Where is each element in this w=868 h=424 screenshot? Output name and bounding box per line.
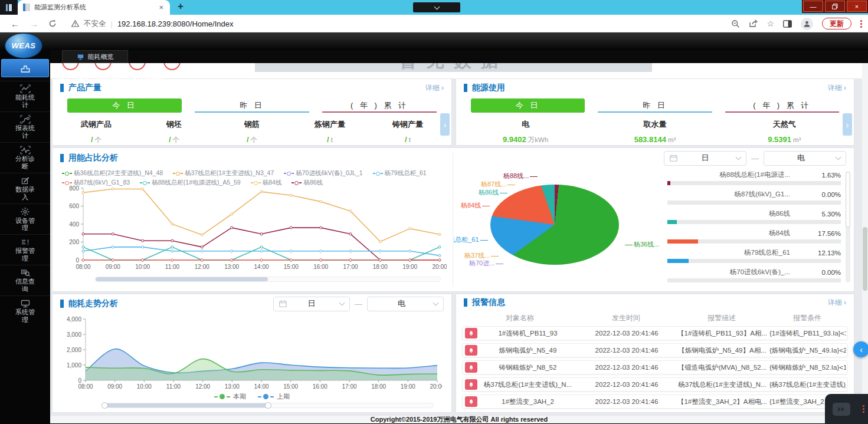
svg-text:09:00: 09:00 bbox=[106, 264, 120, 270]
svg-text:400: 400 bbox=[69, 221, 79, 228]
pip-media-button[interactable] bbox=[833, 403, 850, 416]
main-scrollbar[interactable] bbox=[862, 63, 868, 416]
legend-item[interactable]: 杨70进线6kV(备)_0JL_1 bbox=[284, 169, 362, 178]
legend-item[interactable]: 杨37线总柜(1#主变进线)_N3_47 bbox=[173, 169, 274, 178]
alert-list-icon bbox=[20, 238, 31, 246]
tab-close-icon[interactable]: × bbox=[158, 3, 165, 12]
sidebar-item-energy-stats[interactable]: 能耗统计 bbox=[0, 81, 50, 111]
search-icon[interactable] bbox=[731, 19, 740, 28]
browser-profile-avatar[interactable] bbox=[801, 18, 813, 30]
chevron-down-icon bbox=[434, 4, 440, 9]
detail-link[interactable]: 详细 › bbox=[425, 83, 444, 93]
stat-item: 钢坯/个 bbox=[135, 119, 213, 144]
forward-icon[interactable]: → bbox=[30, 19, 38, 29]
app-title-main: 能 源 bbox=[57, 68, 91, 83]
zoom-handle-right[interactable] bbox=[265, 402, 271, 409]
window-close-button[interactable]: × bbox=[847, 1, 867, 12]
tab-energy-overview[interactable]: 能耗概览 bbox=[62, 50, 128, 63]
period-select[interactable]: 日 bbox=[273, 297, 350, 311]
alarm-row[interactable]: 杨37线总柜(1#主变进线)_N...2022-12-03 20:41:46杨3… bbox=[462, 377, 848, 392]
svg-text:14:00: 14:00 bbox=[254, 264, 268, 270]
sidebar-item-analysis-diagnosis[interactable]: 分析诊断 bbox=[0, 142, 50, 173]
alarm-row[interactable]: 1#整流变_3AH_22022-12-03 20:41:46【1#整流变_3AH… bbox=[462, 395, 848, 409]
scrollbar-thumb[interactable] bbox=[846, 172, 850, 228]
tab-year-total[interactable]: ( 年 ) 累 计 bbox=[322, 98, 437, 113]
sidebar-item-device-management[interactable]: 设备管理 bbox=[0, 203, 50, 234]
tab-yesterday[interactable]: 昨 日 bbox=[598, 98, 712, 113]
svg-text:11:00: 11:00 bbox=[165, 264, 180, 270]
browser-update-button[interactable]: 更新 bbox=[822, 18, 851, 29]
pie-label: 杨86线 bbox=[479, 188, 509, 197]
url-text: 192.168.18.239:8080/Home/Index bbox=[117, 19, 234, 28]
svg-text:20:00: 20:00 bbox=[430, 383, 442, 390]
sidebar-item-report-stats[interactable]: 报表统计 bbox=[0, 111, 50, 142]
reload-icon[interactable] bbox=[48, 19, 57, 28]
legend-item-previous[interactable]: 上期 bbox=[258, 392, 290, 401]
collapse-panel-button[interactable]: ‹ bbox=[853, 341, 868, 357]
carousel-next-button[interactable]: › bbox=[440, 113, 450, 136]
energy-type-select[interactable]: 电 bbox=[764, 151, 846, 166]
side-panel-icon[interactable] bbox=[783, 20, 792, 28]
ranking-scrollbar[interactable] bbox=[846, 172, 850, 282]
alarm-row[interactable]: 铸钢精炼炉_N8_522022-12-03 20:41:46【锻造电弧炉(MVA… bbox=[462, 360, 848, 374]
pie-label: 杨36线... bbox=[624, 240, 659, 249]
tab-today[interactable]: 今 日 bbox=[471, 98, 585, 113]
legend-item-current[interactable]: 本期 bbox=[214, 392, 246, 401]
browser-tab[interactable]: 能源监测分析系统 × bbox=[18, 0, 170, 15]
tab-yesterday[interactable]: 昨 日 bbox=[195, 98, 309, 113]
bookmark-star-icon[interactable]: ☆ bbox=[767, 19, 774, 28]
page-tab-strip: 能耗概览 bbox=[50, 50, 868, 63]
ranking-row: 杨84线17.56% bbox=[667, 229, 841, 248]
svg-text:20:00: 20:00 bbox=[432, 264, 447, 270]
energy-type-select[interactable]: 电 bbox=[367, 297, 444, 311]
alarm-table-header: 对象名称 发生时间 报警描述 报警条件 bbox=[456, 313, 854, 323]
svg-text:15:00: 15:00 bbox=[284, 264, 299, 270]
alarm-row[interactable]: 1#连铸机_PB11_932022-12-03 20:41:46【1#连铸机_P… bbox=[462, 326, 848, 340]
sidebar-item-label: 报警管理 bbox=[15, 247, 35, 262]
back-icon[interactable]: ← bbox=[11, 19, 19, 29]
zoom-handle-left[interactable] bbox=[101, 402, 108, 409]
legend-item[interactable]: 杨36线总柜(2#主变进线)_N4_48 bbox=[62, 169, 163, 178]
url-field[interactable]: 不安全 | 192.168.18.239:8080/Home/Index bbox=[71, 19, 234, 29]
line-chart-icon bbox=[20, 84, 31, 93]
sidebar-item-system-management[interactable]: 系统管理 bbox=[0, 295, 50, 326]
period-select[interactable]: 日 bbox=[664, 151, 746, 166]
alarm-row[interactable]: 炼钢电弧炉_N5_492022-12-03 20:41:46【炼钢电弧炉_N5_… bbox=[462, 343, 848, 357]
window-minimize-button[interactable]: — bbox=[803, 1, 823, 12]
sidebar-item-label: 分析诊断 bbox=[15, 155, 35, 170]
detail-link[interactable]: 详细 › bbox=[828, 83, 846, 93]
sidebar-item-info-query[interactable]: 信息查询 bbox=[0, 265, 50, 295]
scrollbar-thumb[interactable] bbox=[863, 227, 867, 291]
alarm-bell-icon bbox=[465, 362, 477, 373]
svg-text:09:00: 09:00 bbox=[107, 383, 122, 390]
data-zoom-slider[interactable] bbox=[95, 277, 441, 282]
data-zoom-slider[interactable] bbox=[103, 403, 434, 408]
tab-year-total[interactable]: ( 年 ) 累 计 bbox=[725, 98, 839, 113]
energy-type-select-value: 电 bbox=[769, 153, 833, 163]
browser-tab-bar: 能源监测分析系统 × + — × bbox=[0, 0, 868, 15]
panel-title: 能耗走势分析 bbox=[68, 298, 118, 309]
window-maximize-button[interactable] bbox=[825, 1, 845, 12]
pie-label: 杨88线... bbox=[503, 172, 539, 180]
sidebar-item-data-entry[interactable]: 数据录入 bbox=[0, 173, 50, 203]
report-icon bbox=[20, 115, 31, 124]
svg-text:19:00: 19:00 bbox=[402, 264, 417, 270]
tab-today[interactable]: 今 日 bbox=[67, 98, 182, 113]
svg-text:08:00: 08:00 bbox=[76, 264, 90, 270]
pip-menu-icon[interactable] bbox=[863, 405, 864, 413]
pencil-icon bbox=[20, 176, 31, 185]
detail-link[interactable]: 详细 › bbox=[828, 298, 846, 308]
svg-text:600: 600 bbox=[69, 203, 79, 209]
tab-search-dropdown[interactable] bbox=[413, 2, 460, 12]
sidebar-item-alarm-management[interactable]: 报警管理 bbox=[0, 234, 50, 265]
pie-label: 杨87线... bbox=[481, 180, 516, 189]
svg-text:0: 0 bbox=[76, 257, 79, 264]
svg-text:18:00: 18:00 bbox=[371, 383, 386, 390]
gauge-ring bbox=[163, 63, 181, 70]
legend-item[interactable]: 杨79线总柜_61 bbox=[373, 169, 427, 178]
new-tab-button[interactable]: + bbox=[178, 1, 184, 12]
sidebar-item-overview[interactable] bbox=[1, 59, 49, 77]
browser-menu-icon[interactable] bbox=[860, 20, 862, 28]
share-icon[interactable] bbox=[749, 19, 758, 28]
carousel-next-button[interactable]: › bbox=[843, 113, 852, 136]
